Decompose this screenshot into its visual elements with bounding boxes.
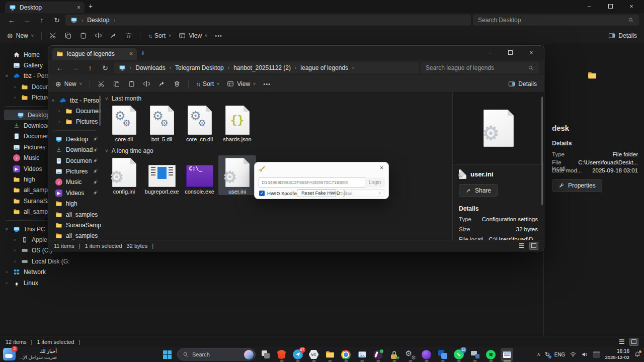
taskbar-app-winscp[interactable] xyxy=(388,348,400,361)
copy-button[interactable] xyxy=(64,32,72,39)
taskbar-app-spotify[interactable] xyxy=(485,348,497,361)
properties-button[interactable]: Properties xyxy=(552,179,602,192)
taskbar-app-brave[interactable] xyxy=(275,348,288,361)
back-button[interactable]: ← xyxy=(53,64,66,72)
breadcrumb-telegram-desktop[interactable]: Telegram Desktop xyxy=(175,64,224,71)
file-bugreport-exe[interactable]: bugreport.exe xyxy=(143,155,181,195)
taskbar-app-chrome[interactable] xyxy=(340,348,352,361)
details-pane-toggle[interactable]: Details xyxy=(608,32,637,39)
delete-button[interactable] xyxy=(173,80,181,87)
hwid-spoofer-checkbox[interactable]: ✓ xyxy=(259,191,265,196)
details-view-toggle[interactable] xyxy=(617,338,626,346)
login-button[interactable]: Login xyxy=(365,177,385,188)
tray-overflow-chevron[interactable]: ˄ xyxy=(537,352,540,357)
minimize-button[interactable]: – xyxy=(579,3,600,10)
taskbar-app-file-explorer[interactable] xyxy=(324,348,336,361)
sidebar-item-all-samples-2[interactable]: all_samples xyxy=(48,231,101,240)
taskbar-app-device[interactable] xyxy=(468,348,481,361)
forward-button[interactable]: → xyxy=(20,16,33,24)
minimize-button[interactable]: – xyxy=(478,49,500,56)
chevron-right-icon[interactable]: › xyxy=(12,259,18,264)
paste-button[interactable] xyxy=(79,32,87,39)
bg-search-input[interactable]: Search Desktop xyxy=(473,15,639,26)
close-button[interactable]: × xyxy=(521,49,542,56)
sort-button[interactable]: ↑↓Sort˅ xyxy=(148,32,171,39)
chevron-right-icon[interactable]: › xyxy=(56,119,62,124)
file-core-cn-dll[interactable]: ⚙⚙core_cn.dll xyxy=(181,103,218,143)
breadcrumb-downloads[interactable]: Downloads xyxy=(135,64,165,71)
taskbar-app-telegram[interactable]: 67 xyxy=(291,348,304,361)
region-dropdown[interactable]: Global˅ xyxy=(335,189,384,197)
sidebar-item-suranasamp[interactable]: SuranaSamp xyxy=(48,220,101,230)
tab-close-icon[interactable]: × xyxy=(77,4,80,11)
share-button[interactable] xyxy=(158,80,166,87)
file-console-exe[interactable]: C:\_console.exe xyxy=(181,155,218,195)
sidebar-item-desktop[interactable]: Desktop xyxy=(48,134,101,144)
chevron-right-icon[interactable]: › xyxy=(4,281,10,286)
taskbar-app-veracrypt[interactable]: VC xyxy=(307,348,320,361)
language-indicator[interactable]: ENG xyxy=(554,352,566,357)
fg-tab-league-of-legends[interactable]: league of legends × xyxy=(52,48,137,60)
file-config-ini[interactable]: ⚙config.ini xyxy=(105,155,143,195)
chevron-down-icon[interactable]: ˅ xyxy=(50,98,56,103)
file-core-dll[interactable]: ⚙⚙core.dll xyxy=(105,103,143,143)
refresh-button[interactable]: ↻ xyxy=(99,64,112,72)
sidebar-item-pictures-od[interactable]: ›Pictures xyxy=(48,117,101,127)
new-tab-button[interactable]: + xyxy=(141,49,145,57)
maximize-button[interactable] xyxy=(600,3,621,10)
paste-button[interactable] xyxy=(128,80,135,87)
rename-button[interactable] xyxy=(143,80,150,87)
sidebar-scrollbar[interactable] xyxy=(99,96,101,126)
delete-button[interactable] xyxy=(125,32,132,39)
share-button[interactable] xyxy=(110,32,117,39)
tab-close-icon[interactable]: × xyxy=(129,50,133,57)
bg-breadcrumb[interactable]: › Desktop › xyxy=(65,15,471,26)
clock[interactable]: 16:16 2025-12-02 xyxy=(605,348,629,360)
sidebar-item-onedrive[interactable]: ˅tbz - Person xyxy=(48,95,101,106)
group-header-long-ago[interactable]: ˅A long time ago xyxy=(105,146,452,155)
sidebar-item-local-disk-g[interactable]: ›Local Disk (G: xyxy=(0,256,101,266)
fg-search-input[interactable]: Search league of legends xyxy=(421,62,539,73)
back-button[interactable]: ← xyxy=(5,16,18,24)
copy-button[interactable] xyxy=(113,80,120,87)
new-button[interactable]: ⊕New˅ xyxy=(55,80,82,88)
view-button[interactable]: View˅ xyxy=(227,80,256,87)
view-button[interactable]: View˅ xyxy=(179,32,207,39)
sidebar-item-documents-od[interactable]: ›Documents xyxy=(48,106,101,116)
dialog-close-button[interactable]: × xyxy=(380,164,383,171)
sidebar-item-network[interactable]: ›Network xyxy=(0,266,101,277)
taskbar-search[interactable]: Search xyxy=(177,348,256,360)
file-shards-json[interactable]: {}shards.json xyxy=(218,103,256,143)
onedrive-sync-icon[interactable]: ↻ xyxy=(545,351,550,358)
chevron-right-icon[interactable]: › xyxy=(12,95,18,100)
details-pane-toggle[interactable]: Details xyxy=(508,80,537,87)
sidebar-item-pictures[interactable]: Pictures xyxy=(48,166,101,176)
icons-view-toggle[interactable] xyxy=(529,242,538,250)
maximize-button[interactable] xyxy=(500,49,521,56)
notifications-bell[interactable] xyxy=(634,351,641,358)
tray-app-icon[interactable] xyxy=(593,351,600,358)
taskbar-app-photos[interactable] xyxy=(356,348,368,361)
fg-breadcrumb[interactable]: › Downloads › Telegram Desktop › hanbot_… xyxy=(114,62,419,73)
icons-view-toggle[interactable] xyxy=(629,338,638,346)
up-button[interactable]: ↑ xyxy=(84,64,97,72)
chevron-right-icon[interactable]: › xyxy=(12,237,18,242)
chevron-right-icon[interactable]: › xyxy=(12,84,18,89)
more-options-button[interactable]: ••• xyxy=(263,81,271,87)
task-view-button[interactable] xyxy=(259,348,272,361)
start-button[interactable] xyxy=(161,348,174,361)
sidebar-item-downloads[interactable]: Download xyxy=(48,145,101,155)
sidebar-item-videos[interactable]: ▶Videos xyxy=(48,188,101,198)
taskbar-app-blue-squares[interactable] xyxy=(436,348,449,361)
close-button[interactable]: × xyxy=(621,3,642,10)
new-button[interactable]: ⊕New˅ xyxy=(7,32,34,40)
cut-button[interactable] xyxy=(49,32,57,39)
breadcrumb-hanbot[interactable]: hanbot_20251122 (2) xyxy=(233,64,291,71)
sidebar-item-documents[interactable]: Documen xyxy=(48,155,101,166)
rename-button[interactable] xyxy=(95,32,102,39)
chevron-down-icon[interactable]: ˅ xyxy=(4,73,10,78)
sidebar-item-high[interactable]: high xyxy=(48,199,101,209)
taskbar-app-purple[interactable] xyxy=(420,348,433,361)
file-bot5-dll[interactable]: ⚙⚙bot_5.dll xyxy=(143,103,181,143)
bg-tab-desktop[interactable]: Desktop × xyxy=(5,2,85,13)
